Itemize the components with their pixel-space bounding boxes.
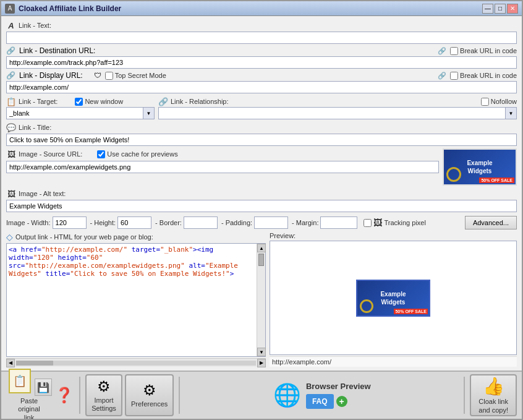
close-button[interactable]: ✕ [507,4,518,14]
image-preview: Example Widgets 50% OFF SALE [443,148,517,186]
dest-url-input[interactable] [6,56,517,69]
preview-gear [360,299,373,313]
display-url-field: 🔗 Link - Display URL: 🛡 Top Secret Mode … [6,71,517,93]
height-group: - Height: [90,216,152,229]
nofollow-checkbox[interactable] [481,98,489,106]
scroll-left-btn[interactable]: ◀ [6,359,15,367]
width-label: Image - Width: [6,219,51,226]
output-preview-section: ◇ Output link - HTML for your web page o… [6,232,517,367]
width-input[interactable] [53,216,87,229]
relationship-input[interactable] [158,107,506,119]
target-icon: 📋 [6,96,16,106]
toolbar-separator-3 [464,377,465,414]
target-label: 📋 Link - Target: New window [6,96,155,107]
padding-label: - Padding: [221,219,252,226]
break-url-2-label[interactable]: Break URL in code [450,72,517,80]
target-input[interactable] [6,107,143,119]
bottom-toolbar: 📋 💾 Paste original link ❓ ⚙ Import Setti… [1,371,522,419]
new-window-checkbox[interactable] [75,98,83,106]
help-button[interactable]: ❓ [54,385,74,405]
globe-icon: 🌐 [273,382,301,408]
break-url-1-checkbox[interactable] [450,47,458,55]
height-label: - Height: [90,219,116,226]
break-url-1-label[interactable]: Break URL in code [450,47,517,55]
preview-section: Preview: Example Widgets 50% OFF SALE ht… [270,232,517,367]
title-bar: A Cloaked Affiliate Link Builder — □ ✕ [1,1,522,16]
output-icon: ◇ [6,232,13,242]
title-icon: 💬 [6,122,16,132]
use-cache-checkbox[interactable] [97,150,105,158]
advanced-button[interactable]: Advanced... [465,216,517,229]
use-cache-label[interactable]: Use cache for previews [97,150,177,158]
minimize-button[interactable]: — [482,4,493,14]
output-section: ◇ Output link - HTML for your web page o… [6,232,266,367]
faq-button[interactable]: FAQ [306,394,334,409]
border-label: - Border: [155,219,182,226]
browser-preview-group: 🌐 Browser Preview FAQ + [185,382,459,409]
horizontal-scrollbar[interactable]: ◀ ▶ [6,358,266,367]
display-break-icon: 🔗 [438,72,446,80]
padding-input[interactable] [254,216,288,229]
tracking-pixel-label[interactable]: 🖼 Tracking pixel [364,218,425,228]
image-source-row: 🖼 Image - Source URL: Use cache for prev… [6,148,517,186]
preferences-button[interactable]: ⚙ Preferences [125,374,174,416]
h-scroll-track [16,361,256,366]
preview-text: Example Widgets [466,158,493,176]
image-source-input[interactable] [6,161,439,173]
relationship-select-wrapper: ▼ [158,107,517,119]
paste-icon-container: 📋 [6,369,33,396]
width-group: Image - Width: [6,216,87,229]
relationship-section: 🔗 Link - Relationship: Nofollow ▼ [158,96,517,119]
cloak-copy-button[interactable]: 👍 Cloak link and copy! [470,374,517,416]
display-url-input[interactable] [6,81,517,93]
tracking-pixel-icon: 🖼 [373,218,382,228]
paste-label: Paste original link [18,397,40,420]
browser-preview-label: Browser Preview [306,382,371,392]
margin-input[interactable] [320,216,357,229]
border-input[interactable] [184,216,218,229]
output-code: <a href="http://example.com/" target="_b… [7,244,257,356]
link-title-input[interactable] [6,134,517,146]
output-label: ◇ Output link - HTML for your web page o… [6,232,266,242]
toolbar-separator-1 [79,377,80,414]
image-source-icon: 🖼 [6,149,16,159]
link-title-label: 💬 Link - Title: [6,122,517,133]
scroll-right-btn[interactable]: ▶ [257,359,266,367]
preview-ad-image: Example Widgets 50% OFF SALE [356,280,430,317]
dimensions-row: Image - Width: - Height: - Border: - Pad… [6,216,517,229]
maximize-button[interactable]: □ [495,4,506,14]
cloak-icon: 👍 [483,376,504,396]
height-input[interactable] [117,216,151,229]
scroll-down-btn[interactable]: ▼ [257,348,266,356]
dest-url-link-icon: 🔗 [438,47,446,55]
target-section: 📋 Link - Target: New window ▼ [6,96,155,119]
tracking-pixel-checkbox[interactable] [364,219,372,227]
padding-group: - Padding: [221,216,288,229]
nofollow-label[interactable]: Nofollow [481,98,517,106]
relationship-label: 🔗 Link - Relationship: Nofollow [158,96,517,107]
top-secret-checkbox[interactable] [105,72,113,80]
vertical-scrollbar[interactable]: ▲ ▼ [257,244,265,356]
top-secret-label[interactable]: Top Secret Mode [105,72,166,80]
save-button[interactable]: 💾 [35,379,52,396]
relationship-dropdown-btn[interactable]: ▼ [506,107,517,119]
margin-label: - Margin: [292,219,318,226]
image-alt-input[interactable] [6,200,517,212]
scroll-thumb[interactable] [258,254,264,266]
import-settings-button[interactable]: ⚙ Import Settings [85,374,122,416]
add-button[interactable]: + [336,396,347,407]
h-scroll-thumb[interactable] [16,361,53,366]
break-url-2-checkbox[interactable] [450,72,458,80]
scroll-track [257,252,265,348]
main-window: A Cloaked Affiliate Link Builder — □ ✕ A… [0,0,523,420]
sale-badge: 50% OFF SALE [479,178,514,183]
image-alt-field: 🖼 Image - Alt text: [6,188,517,212]
scroll-up-btn[interactable]: ▲ [257,244,266,252]
new-window-label[interactable]: New window [75,98,123,106]
preview-url-display: http://example.com/ [270,356,517,367]
preview-sale-badge: 50% OFF SALE [394,309,428,314]
window-controls: — □ ✕ [482,4,518,14]
link-text-input[interactable] [6,32,517,44]
target-dropdown-btn[interactable]: ▼ [143,107,155,119]
display-url-icon: 🔗 [6,71,15,80]
